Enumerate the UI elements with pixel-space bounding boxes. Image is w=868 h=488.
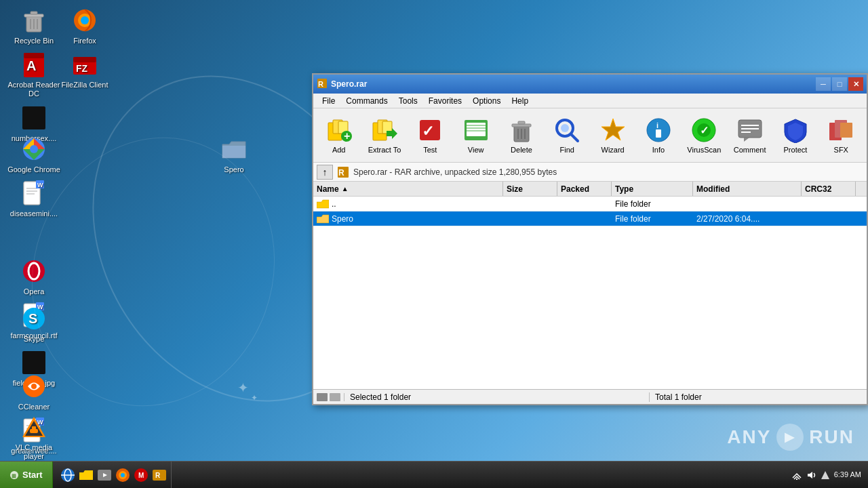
desktop-icons-row2: Google Chrome W diseasemini.... <box>0 129 68 230</box>
view-icon <box>462 117 490 144</box>
firefox-icon <box>71 7 98 34</box>
spero-label: Spero <box>224 165 243 174</box>
svg-point-26 <box>23 260 45 282</box>
toolbar-add[interactable]: + Add <box>317 113 361 159</box>
test-icon: ✓ <box>416 117 443 144</box>
svg-rect-98 <box>317 393 328 401</box>
svg-text:W: W <box>37 304 43 310</box>
extract-to-icon <box>371 117 398 144</box>
menu-tools[interactable]: Tools <box>393 95 423 107</box>
toolbar-find[interactable]: Find <box>545 113 589 159</box>
file-row-parent[interactable]: .. File folder <box>313 197 867 211</box>
svg-text:⊞: ⊞ <box>12 473 16 479</box>
address-up-button[interactable]: ↑ <box>317 165 333 180</box>
menu-help[interactable]: Help <box>506 95 534 107</box>
firefox-label: Firefox <box>73 37 96 45</box>
svg-text:R: R <box>318 80 323 88</box>
add-icon: + <box>326 117 353 144</box>
toolbar-extract-to[interactable]: Extract To <box>362 113 406 159</box>
file-type-spero: File folder <box>612 213 693 225</box>
sparkle-decoration: ✦ <box>237 380 249 396</box>
desktop: ✦ ✦ Recycle Bin A <box>0 0 868 488</box>
toolbar-info[interactable]: i Info <box>636 113 680 159</box>
menu-options[interactable]: Options <box>467 95 506 107</box>
desktop-icon-chrome[interactable]: Google Chrome <box>7 136 61 174</box>
col-header-packed[interactable]: Packed <box>557 182 612 196</box>
test-label: Test <box>423 146 437 154</box>
recycle-bin-icon <box>20 7 47 34</box>
menu-file[interactable]: File <box>317 95 340 107</box>
desktop-icon-vlc[interactable]: VLC media player <box>7 413 61 461</box>
desktop-icon-diseasemini[interactable]: W diseasemini.... <box>7 180 61 218</box>
minimize-button[interactable]: ─ <box>816 77 831 91</box>
svg-rect-1 <box>24 14 43 17</box>
svg-rect-32 <box>36 302 44 310</box>
desktop-icon-skype[interactable]: S Skype <box>7 305 61 344</box>
find-icon <box>553 117 580 144</box>
svg-text:FZ: FZ <box>76 63 88 74</box>
delete-label: Delete <box>511 146 532 154</box>
toolbar-test[interactable]: ✓ Test <box>408 113 452 159</box>
menu-favorites[interactable]: Favorites <box>423 95 467 107</box>
window-titlebar: R Spero.rar ─ □ ✕ <box>313 75 867 94</box>
desktop-icon-spero[interactable]: Spero <box>207 136 261 174</box>
diseasemini-icon: W <box>20 180 47 207</box>
toolbar-comment[interactable]: Comment <box>728 113 772 159</box>
protect-label: Protect <box>784 146 808 154</box>
extract-to-label: Extract To <box>368 146 401 154</box>
toolbar-view[interactable]: View <box>454 113 498 159</box>
skype-label: Skype <box>24 335 45 344</box>
info-label: Info <box>652 146 665 154</box>
taskbar-winrar-taskbar-icon[interactable]: R <box>151 467 167 483</box>
maximize-button[interactable]: □ <box>832 77 847 91</box>
taskbar-media-icon[interactable] <box>96 467 113 483</box>
svg-text:R: R <box>338 168 344 178</box>
col-header-name[interactable]: Name ▲ <box>313 182 503 196</box>
toolbar-delete[interactable]: Delete <box>499 113 543 159</box>
taskbar-mcafee-icon[interactable]: M <box>133 467 149 483</box>
taskbar-items: M R <box>53 462 785 488</box>
file-row-spero[interactable]: Spero File folder 2/27/2020 6:04.... <box>313 211 867 226</box>
toolbar: + Add Extract To <box>313 108 867 163</box>
status-total: Total 1 folder <box>650 392 867 402</box>
system-tray: 6:39 AM <box>785 470 868 481</box>
taskbar-ie-icon[interactable] <box>60 467 76 483</box>
info-icon: i <box>645 117 672 144</box>
toolbar-sfx[interactable]: SFX <box>819 113 863 159</box>
window-controls: ─ □ ✕ <box>816 77 863 91</box>
svg-rect-14 <box>73 57 96 62</box>
col-header-size[interactable]: Size <box>503 182 557 196</box>
protect-icon <box>782 117 809 144</box>
col-header-modified[interactable]: Modified <box>693 182 802 196</box>
file-list-area[interactable]: .. File folder Spero File folder <box>313 197 867 389</box>
toolbar-protect[interactable]: Protect <box>773 113 817 159</box>
desktop-icon-firefox[interactable]: Firefox <box>58 7 112 45</box>
svg-rect-2 <box>31 12 37 14</box>
chrome-label: Google Chrome <box>7 165 60 174</box>
notification-tray-icon <box>820 470 831 481</box>
close-button[interactable]: ✕ <box>848 77 863 91</box>
desktop-icon-ccleaner[interactable]: CCleaner <box>7 373 61 411</box>
col-header-type[interactable]: Type <box>612 182 693 196</box>
vlc-icon <box>20 413 47 441</box>
anyrun-text-any: ANY <box>727 426 771 448</box>
desktop-icon-filezilla[interactable]: FZ FileZilla Client <box>58 51 112 89</box>
start-button[interactable]: ⊞ Start <box>0 462 53 489</box>
diseasemini-label: diseasemini.... <box>10 209 58 218</box>
sfx-icon <box>827 117 854 144</box>
taskbar: ⊞ Start <box>0 461 868 488</box>
toolbar-virusscan[interactable]: ✓ VirusScan <box>682 113 726 159</box>
taskbar-firefox-taskbar-icon[interactable] <box>115 467 131 483</box>
svg-rect-67 <box>467 123 486 136</box>
taskbar-folder-icon[interactable] <box>78 467 94 483</box>
skype-icon: S <box>20 305 47 332</box>
svg-text:R: R <box>155 472 161 479</box>
menu-commands[interactable]: Commands <box>340 95 393 107</box>
status-bar: Selected 1 folder Total 1 folder <box>313 389 867 404</box>
toolbar-wizard[interactable]: Wizard <box>591 113 635 159</box>
svg-point-18 <box>30 145 38 153</box>
delete-icon <box>508 117 535 144</box>
desktop-icon-opera[interactable]: Opera <box>7 258 61 296</box>
col-header-crc[interactable]: CRC32 <box>802 182 856 196</box>
anyrun-text-run: RUN <box>809 426 854 448</box>
